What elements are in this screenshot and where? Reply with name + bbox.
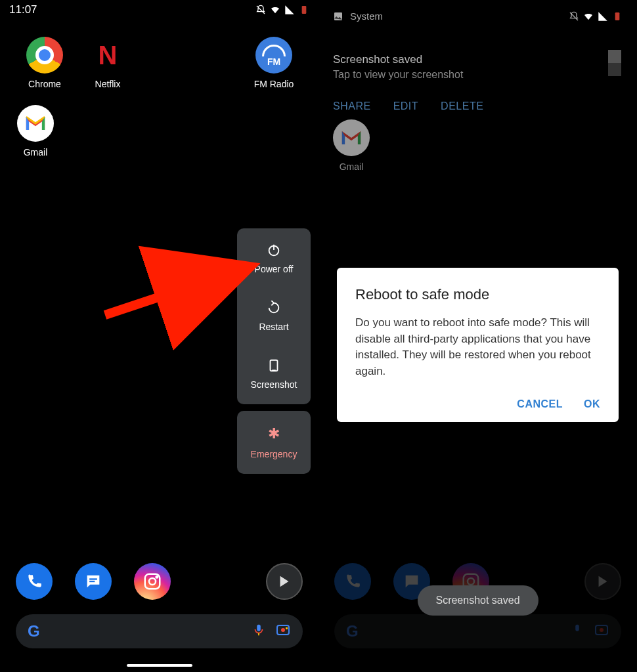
restart-button[interactable]: Restart bbox=[259, 301, 288, 332]
dialog-title: Reboot to safe mode bbox=[355, 286, 600, 303]
gmail-icon bbox=[17, 105, 54, 142]
lens-icon[interactable] bbox=[275, 622, 291, 640]
svg-point-11 bbox=[156, 576, 158, 578]
gmail-icon bbox=[333, 119, 370, 156]
signal-icon bbox=[598, 11, 608, 22]
emergency-label: Emergency bbox=[251, 449, 297, 459]
dock-phone[interactable] bbox=[16, 563, 53, 600]
fmradio-icon: FM bbox=[255, 37, 292, 74]
svg-rect-4 bbox=[270, 360, 277, 371]
ok-button[interactable]: OK bbox=[584, 398, 600, 410]
app-gmail[interactable]: Gmail bbox=[333, 119, 370, 172]
cancel-button[interactable]: CANCEL bbox=[517, 398, 563, 410]
app-fmradio[interactable]: FM FM Radio bbox=[242, 37, 305, 89]
notification-subtitle: Tap to view your screenshot bbox=[333, 69, 623, 81]
power-off-button[interactable]: Power off bbox=[255, 243, 294, 274]
power-menu: Power off Restart Screenshot ✱ Emergency bbox=[237, 228, 311, 474]
status-icons: x bbox=[255, 5, 309, 15]
status-bar: 11:07 x bbox=[0, 0, 318, 20]
power-icon bbox=[267, 243, 281, 257]
power-menu-main: Power off Restart Screenshot bbox=[237, 228, 311, 404]
svg-rect-16 bbox=[286, 627, 288, 629]
svg-text:x: x bbox=[290, 5, 293, 10]
app-label: Gmail bbox=[24, 147, 48, 158]
annotation-arrow bbox=[99, 249, 256, 331]
nav-handle[interactable] bbox=[127, 664, 192, 667]
dialog-body: Do you want to reboot into safe mode? Th… bbox=[355, 315, 600, 380]
dock-instagram[interactable] bbox=[134, 563, 171, 600]
dnd-off-icon bbox=[255, 5, 266, 15]
notification-edit-button[interactable]: EDIT bbox=[393, 100, 418, 112]
power-off-label: Power off bbox=[255, 264, 294, 274]
toast-text: Screenshot saved bbox=[435, 595, 519, 606]
notification-title[interactable]: Screenshot saved bbox=[333, 53, 623, 66]
screenshot-button[interactable]: Screenshot bbox=[251, 358, 297, 390]
emergency-icon: ✱ bbox=[268, 425, 280, 442]
restart-icon bbox=[267, 301, 281, 315]
home-app-grid: Chrome N Netflix FM FM Radio Gmail bbox=[0, 20, 318, 173]
screenshot-left: 11:07 x Chrome N Netflix FM bbox=[0, 0, 318, 672]
notification-panel: System Screenshot saved Tap to view your… bbox=[318, 0, 637, 119]
app-label: Gmail bbox=[340, 161, 364, 172]
netflix-icon: N bbox=[89, 37, 126, 74]
wifi-icon bbox=[583, 11, 594, 22]
app-chrome[interactable]: Chrome bbox=[13, 37, 76, 89]
google-search-bar[interactable]: G bbox=[16, 614, 303, 648]
svg-rect-1 bbox=[302, 6, 307, 14]
safe-mode-dialog: Reboot to safe mode Do you want to reboo… bbox=[337, 268, 619, 422]
chrome-icon bbox=[26, 37, 63, 74]
svg-rect-23 bbox=[615, 12, 620, 20]
app-netflix[interactable]: N Netflix bbox=[76, 37, 139, 89]
emergency-button[interactable]: ✱ Emergency bbox=[237, 411, 311, 474]
notification-delete-button[interactable]: DELETE bbox=[441, 100, 483, 112]
svg-point-10 bbox=[149, 578, 156, 585]
wifi-icon bbox=[270, 5, 280, 15]
notification-app-name: System bbox=[350, 10, 383, 22]
notification-actions: SHARE EDIT DELETE bbox=[333, 100, 623, 112]
app-label: Netflix bbox=[95, 79, 121, 89]
image-icon bbox=[333, 11, 343, 22]
dock bbox=[0, 563, 318, 600]
signal-icon: x bbox=[284, 5, 295, 15]
screenshot-label: Screenshot bbox=[251, 379, 297, 390]
screenshot-right: G System Screenshot saved Tap to view yo… bbox=[318, 0, 637, 672]
screenshot-icon bbox=[267, 358, 281, 373]
notification-thumbnail[interactable] bbox=[608, 50, 621, 76]
clock: 11:07 bbox=[9, 3, 37, 16]
app-gmail[interactable]: Gmail bbox=[4, 105, 67, 158]
dialog-actions: CANCEL OK bbox=[355, 398, 600, 410]
app-label: FM Radio bbox=[254, 79, 294, 89]
svg-point-15 bbox=[281, 628, 285, 632]
dnd-off-icon bbox=[569, 11, 579, 22]
status-icons bbox=[569, 11, 623, 22]
notification-share-button[interactable]: SHARE bbox=[333, 100, 371, 112]
toast: Screenshot saved bbox=[417, 585, 538, 616]
battery-icon bbox=[299, 5, 309, 15]
app-label: Chrome bbox=[28, 79, 61, 89]
battery-icon bbox=[612, 11, 623, 22]
restart-label: Restart bbox=[259, 322, 288, 332]
svg-line-6 bbox=[105, 269, 243, 315]
dock-messages[interactable] bbox=[75, 563, 112, 600]
google-logo-icon: G bbox=[28, 622, 40, 640]
svg-rect-12 bbox=[257, 625, 261, 631]
mic-icon[interactable] bbox=[252, 623, 266, 640]
dock-play[interactable] bbox=[266, 563, 303, 600]
